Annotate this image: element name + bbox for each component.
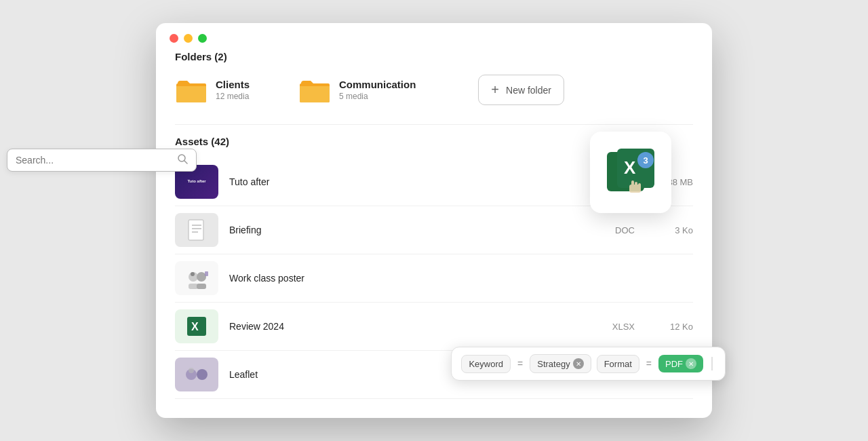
filter-strategy-close[interactable]: ✕ [573, 358, 584, 369]
section-divider [175, 124, 693, 125]
asset-thumb-poster [175, 261, 218, 295]
filter-pdf-close[interactable]: ✕ [686, 358, 696, 369]
asset-format-review: XLSX [594, 322, 635, 332]
new-folder-button[interactable]: + New folder [478, 75, 564, 105]
folder-clients-icon [175, 77, 208, 104]
filter-bar: Keyword = Strategy ✕ Format = PDF ✕ [451, 347, 726, 381]
folder-communication-info: Communication 5 media [339, 79, 416, 101]
folder-clients-name: Clients [216, 79, 250, 90]
folders-row: Clients 12 media Communication 5 med [175, 75, 693, 105]
asset-name-tuto: Tuto after [229, 176, 583, 187]
main-window: Folders (2) Clients 12 media [156, 23, 712, 418]
svg-point-13 [197, 369, 208, 380]
svg-line-16 [184, 161, 187, 164]
svg-rect-25 [629, 185, 641, 193]
titlebar [156, 23, 712, 51]
folder-clients[interactable]: Clients 12 media [175, 77, 250, 104]
svg-rect-9 [205, 271, 208, 276]
filter-format-label: Format [604, 359, 632, 369]
search-input-wrap [7, 149, 197, 172]
asset-size-briefing: 3 Ko [646, 225, 693, 235]
filter-keyword-chip[interactable]: Keyword [461, 355, 511, 373]
asset-thumb-xlsx: X [175, 309, 218, 343]
plus-icon: + [491, 82, 499, 98]
asset-name-briefing: Briefing [229, 225, 583, 235]
search-icon [177, 153, 188, 167]
search-container [7, 149, 197, 172]
search-input[interactable] [16, 155, 177, 166]
svg-point-5 [197, 272, 206, 282]
minimize-dot[interactable] [184, 34, 193, 43]
table-row: Work class poster [175, 254, 693, 303]
new-folder-label: New folder [506, 85, 551, 96]
svg-text:3: 3 [643, 155, 648, 166]
filter-keyword-label: Keyword [469, 359, 503, 369]
maximize-dot[interactable] [198, 34, 207, 43]
folder-communication-name: Communication [339, 79, 416, 90]
svg-rect-7 [197, 284, 206, 289]
asset-name-review: Review 2024 [229, 321, 583, 332]
asset-thumb-pdf [175, 358, 218, 391]
filter-format-chip[interactable]: Format [597, 355, 639, 373]
asset-format-briefing: DOC [594, 225, 635, 235]
filter-strategy-text: Strategy [537, 359, 570, 369]
filter-eq2: = [645, 358, 653, 369]
svg-rect-6 [189, 284, 198, 289]
folder-communication-meta: 5 media [339, 92, 416, 101]
filter-pdf-text: PDF [665, 359, 683, 369]
svg-text:X: X [624, 157, 636, 178]
svg-text:X: X [191, 321, 199, 332]
asset-size-review: 12 Ko [646, 322, 693, 332]
asset-name-poster: Work class poster [229, 273, 583, 284]
svg-point-14 [189, 368, 194, 373]
table-row: Briefing DOC 3 Ko [175, 206, 693, 254]
svg-point-8 [191, 272, 195, 276]
folder-communication[interactable]: Communication 5 media [298, 77, 416, 104]
video-title-text: Tuto after [187, 179, 205, 184]
filter-strategy-value[interactable]: Strategy ✕ [530, 354, 591, 373]
svg-rect-0 [189, 220, 203, 240]
excel-popup: X 3 [590, 132, 671, 213]
table-row: X Review 2024 XLSX 12 Ko [175, 303, 693, 351]
close-dot[interactable] [170, 34, 178, 43]
folder-clients-meta: 12 media [216, 92, 250, 101]
folder-clients-info: Clients 12 media [216, 79, 250, 101]
folders-section-title: Folders (2) [175, 51, 693, 62]
excel-icon: X 3 [604, 145, 658, 199]
filter-bar-divider [711, 357, 713, 370]
asset-thumb-doc [175, 213, 218, 247]
filter-pdf-value[interactable]: PDF ✕ [658, 355, 703, 372]
filter-eq1: = [516, 358, 524, 369]
folder-communication-icon [298, 77, 331, 104]
